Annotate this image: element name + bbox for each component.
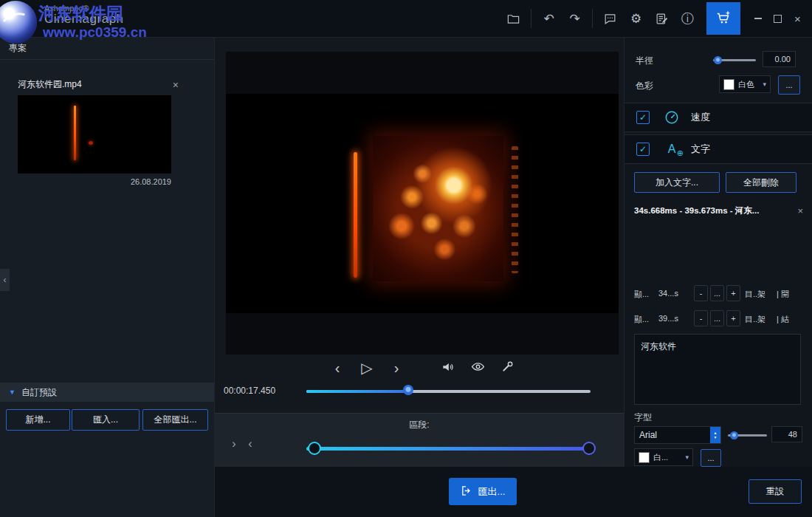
font-size-field[interactable]: 48 — [771, 426, 802, 442]
info-button[interactable]: ⓘ — [675, 5, 701, 32]
text-layer-range: 34s.668ms - 39s.673ms - 河东... — [634, 205, 759, 216]
chevron-right-icon: › — [394, 360, 399, 375]
end-time-value: 39...s — [658, 314, 678, 323]
chevron-left-icon: ‹ — [248, 437, 252, 450]
end-increase-button[interactable]: + — [726, 310, 740, 326]
text-section[interactable]: ✓ A ⊕ 文字 — [625, 134, 812, 164]
presets-header-label: 自訂預設 — [21, 386, 57, 399]
radius-slider-handle[interactable] — [714, 56, 722, 64]
start-increase-button[interactable]: + — [726, 285, 740, 301]
project-date: 26.08.2019 — [18, 177, 171, 186]
preset-import-button[interactable]: 匯入... — [72, 409, 140, 431]
preview-toggle-button[interactable] — [469, 359, 486, 377]
preset-new-button[interactable]: 新增... — [6, 409, 70, 431]
progress-fill — [306, 390, 408, 393]
text-checkbox[interactable]: ✓ — [636, 143, 650, 156]
progress-handle[interactable] — [403, 385, 413, 395]
play-icon: ▷ — [361, 360, 372, 375]
speed-checkbox[interactable]: ✓ — [636, 111, 650, 124]
bottom-bar: 匯出... 重設 — [215, 466, 812, 517]
speed-label: 速度 — [691, 111, 710, 124]
color-value: 白色 — [738, 79, 754, 90]
speed-section[interactable]: ✓ 速度 — [625, 103, 812, 132]
text-content-input[interactable]: 河东软件 — [634, 334, 801, 405]
preset-export-all-button[interactable]: 全部匯出... — [142, 409, 208, 431]
buy-button[interactable] — [706, 2, 740, 35]
volume-button[interactable] — [439, 359, 457, 377]
progress-track[interactable] — [306, 390, 591, 393]
chat-icon — [603, 12, 617, 26]
remove-project-button[interactable]: × — [171, 79, 180, 91]
color-more-button[interactable]: ... — [778, 75, 800, 95]
check-icon: ✓ — [639, 112, 647, 123]
project-card[interactable]: 河东软件园.mp4 × 26.08.2019 — [18, 78, 180, 186]
font-color-value: 白... — [653, 452, 668, 463]
video-stage — [226, 52, 619, 355]
sidebar-collapse-handle[interactable]: ‹ — [0, 269, 10, 291]
chevron-down-icon: ▾ — [763, 81, 766, 88]
text-layer-item[interactable]: 34s.668ms - 39s.673ms - 河东... × — [634, 202, 803, 219]
chevron-right-icon: › — [232, 437, 235, 450]
segment-expand-left-button[interactable]: ‹ — [244, 437, 256, 451]
text-start-row: 顯... 34...s - ... + 目..架 | 開 — [625, 285, 812, 303]
timecode: 00:00:17.450 — [224, 386, 275, 396]
toolbar-separator — [531, 9, 531, 28]
undo-button[interactable]: ↶ — [536, 5, 562, 32]
font-color-dropdown[interactable]: 白... ▾ — [634, 448, 693, 466]
close-button[interactable]: × — [788, 5, 808, 32]
segment-start-handle[interactable] — [308, 442, 321, 455]
redo-icon: ↷ — [569, 13, 579, 25]
shopping-cart-icon — [715, 10, 732, 28]
color-dropdown[interactable]: 白色 ▾ — [719, 75, 771, 93]
progress-row: 00:00:17.450 — [215, 383, 624, 400]
previous-frame-button[interactable]: ‹ — [328, 359, 346, 377]
font-color-swatch — [639, 452, 650, 463]
notes-button[interactable] — [649, 5, 675, 32]
font-label: 字型 — [634, 411, 652, 424]
add-text-icon: A ⊕ — [663, 143, 681, 156]
text-end-row: 顯... 39...s - ... + 目..架 | 結 — [625, 310, 812, 328]
chevron-left-icon: ‹ — [335, 360, 340, 375]
start-more-button[interactable]: ... — [710, 285, 724, 301]
font-color-more-button[interactable]: ... — [701, 449, 721, 467]
add-text-button[interactable]: 加入文字... — [634, 172, 720, 193]
segment-range-track[interactable] — [306, 447, 594, 451]
end-more-button[interactable]: ... — [710, 310, 724, 326]
radius-label: 半徑 — [636, 55, 653, 67]
eye-icon — [470, 359, 486, 377]
maximize-icon — [774, 15, 782, 23]
titlebar: Ashampoo® Cinemagraph ↶ ↷ — [0, 0, 812, 38]
video-frame[interactable] — [226, 94, 619, 313]
custom-presets-header[interactable]: ▼ 自訂預設 — [0, 383, 214, 402]
start-time-value: 34...s — [658, 289, 678, 298]
play-button[interactable]: ▷ — [358, 359, 376, 377]
color-swatch — [723, 79, 734, 90]
radius-value-field[interactable]: 0.00 — [763, 51, 796, 67]
video-artwork — [300, 108, 544, 300]
reset-button[interactable]: 重設 — [749, 479, 802, 504]
redo-button[interactable]: ↷ — [562, 5, 588, 32]
segment-end-handle[interactable] — [582, 442, 596, 455]
maximize-button[interactable] — [768, 5, 788, 32]
project-thumbnail[interactable] — [18, 95, 171, 174]
feedback-button[interactable] — [597, 5, 623, 32]
thumbnail-artwork — [74, 106, 76, 160]
export-label: 匯出... — [478, 485, 506, 499]
minimize-button[interactable] — [748, 5, 768, 32]
open-folder-button[interactable] — [500, 5, 526, 32]
tools-button[interactable] — [498, 359, 516, 377]
font-spinner[interactable]: ▲ ▼ — [710, 427, 720, 443]
delete-all-button[interactable]: 全部刪除 — [726, 172, 796, 193]
font-size-slider-handle[interactable] — [730, 431, 738, 439]
export-button[interactable]: 匯出... — [449, 478, 517, 505]
segment-expand-right-button[interactable]: › — [228, 437, 240, 451]
settings-button[interactable]: ⚙ — [623, 5, 649, 32]
next-frame-button[interactable]: › — [388, 359, 405, 377]
text-label: 文字 — [691, 143, 710, 156]
start-decrease-button[interactable]: - — [694, 285, 708, 301]
font-family-select[interactable]: Arial ▲ ▼ — [634, 426, 721, 444]
app-brand: Ashampoo® Cinemagraph — [44, 4, 124, 27]
end-decrease-button[interactable]: - — [694, 310, 708, 326]
remove-text-layer-button[interactable]: × — [797, 205, 803, 216]
inspector-panel: 半徑 0.00 色彩 白色 ▾ ... ✓ 速度 — [624, 37, 812, 467]
